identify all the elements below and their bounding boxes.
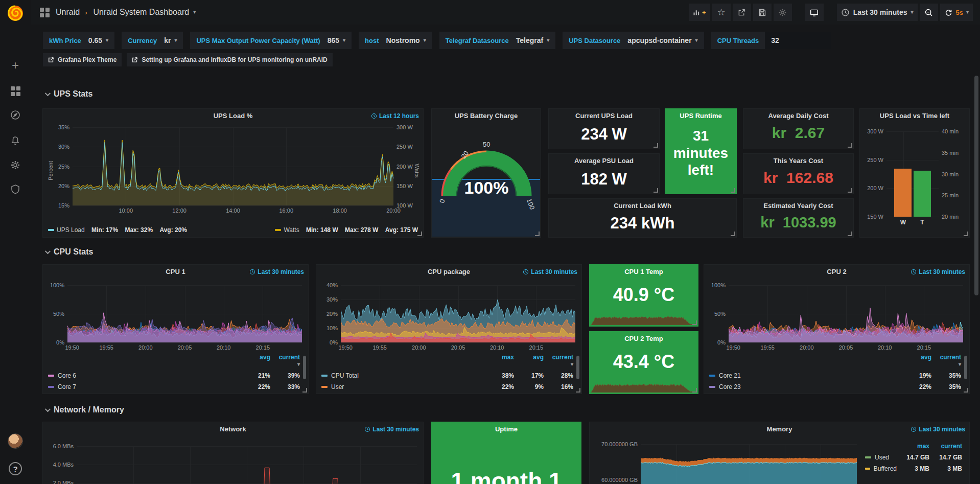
panel-title[interactable]: UPS Load vs Time left [860, 112, 969, 120]
panel-title[interactable]: Average PSU Load [549, 157, 659, 165]
bar-time-left[interactable]: T [914, 171, 931, 217]
panel-cpu2-temp: CPU 2 Temp 43.4 °C [589, 331, 698, 394]
panel-cpu-package: CPU package Last 30 minutes 40% 30% 20% … [316, 264, 582, 394]
page-title[interactable]: Unraid System Dashboard [93, 8, 189, 17]
legend-used[interactable]: Used14.7 GB14.7 GB [865, 454, 962, 461]
configuration-gear-icon[interactable] [0, 155, 31, 175]
zoom-out-button[interactable] [920, 4, 938, 21]
panel-time-link[interactable]: Last 30 minutes [523, 268, 577, 275]
caret-down-icon[interactable]: ▾ [966, 9, 969, 15]
stat-value: 234 kWh [549, 214, 736, 233]
variable-label: UPS Max Output Power Capacity (Watt) [196, 37, 320, 44]
legend-user[interactable]: User22%9%16% [321, 383, 573, 390]
panel-title[interactable]: UPS Battery Charge [432, 112, 541, 120]
section-ups-stats[interactable]: UPS Stats [45, 89, 92, 99]
stat-value: kr 2.67 [743, 124, 853, 142]
breadcrumb-separator: › [85, 9, 87, 16]
refresh-interval-label[interactable]: 5s [956, 9, 963, 16]
add-panel-button[interactable]: + [689, 4, 710, 21]
panel-cpu2: CPU 2 Last 30 minutes 100% 50% 0% 19:50 … [704, 264, 970, 394]
panel-time-link[interactable]: Last 30 minutes [249, 268, 304, 275]
grafana-logo-icon[interactable] [5, 3, 26, 24]
title-caret-icon[interactable]: ▾ [193, 9, 196, 15]
panel-this-years-cost: This Years Cost kr 162.68 [743, 153, 854, 194]
variable-value-dropdown[interactable]: Telegraf▾ [516, 36, 549, 44]
variable-value-dropdown[interactable]: Nostromo▾ [386, 36, 426, 44]
legend-headers[interactable]: avgcurrent▾ [48, 354, 300, 368]
panel-ups-battery-charge: UPS Battery Charge 100% 20 50 0 100 [431, 108, 541, 238]
panel-title[interactable]: Estimated Yearly Cost [743, 202, 853, 210]
variable-kwh-price: kWh Price 0.65▾ [43, 32, 114, 49]
variable-value-dropdown[interactable]: 0.65▾ [88, 36, 108, 44]
scrollbar-thumb[interactable] [974, 76, 978, 295]
clock-icon [364, 426, 370, 432]
legend-scrollbar[interactable] [964, 356, 967, 379]
dashboard-grid-icon[interactable] [40, 8, 50, 17]
legend-swatch [48, 386, 54, 388]
legend-buffered[interactable]: Buffered3 MB3 MB [865, 465, 962, 472]
panel-ups-runtime: UPS Runtime 31 minutes left! [665, 108, 737, 194]
legend-table: maxcurrent Used14.7 GB14.7 GB Buffered3 … [865, 443, 962, 472]
link-grafana-plex-theme[interactable]: Grafana Plex Theme [43, 53, 122, 66]
legend-swatch [321, 386, 328, 388]
variable-value-dropdown[interactable]: kr▾ [164, 36, 177, 44]
panel-title[interactable]: Current UPS Load [549, 112, 659, 120]
legend-scrollbar[interactable] [303, 356, 306, 379]
refresh-button[interactable]: 5s ▾ [940, 4, 973, 21]
panel-time-link[interactable]: Last 30 minutes [364, 426, 419, 433]
variable-value-dropdown[interactable]: 865▾ [328, 36, 345, 44]
star-button[interactable]: ☆ [712, 4, 731, 21]
legend-headers[interactable]: avgcurrent▾ [709, 354, 961, 368]
panel-title[interactable]: UPS Load % [43, 112, 423, 120]
cpu-threads-input[interactable]: 32 [765, 32, 831, 49]
legend-core23[interactable]: Core 2322%35% [709, 383, 961, 390]
legend-swatch [865, 468, 870, 470]
legend-scrollbar[interactable] [576, 356, 579, 379]
legend-headers[interactable]: maxavgcurrent▾ [321, 354, 573, 368]
legend-swatch [709, 386, 715, 388]
time-range-picker[interactable]: Last 30 minutes ▾ [837, 4, 918, 21]
panel-title[interactable]: CPU 1 Temp [590, 268, 698, 275]
link-ups-monitoring-guide[interactable]: Setting up Grafana and InfluxDB for UPS … [127, 53, 332, 66]
caret-down-icon: ▾ [424, 37, 426, 43]
bar-watts[interactable]: W [894, 169, 912, 217]
panel-title[interactable]: This Years Cost [743, 157, 853, 165]
legend-headers[interactable]: maxcurrent [865, 443, 962, 450]
user-avatar[interactable] [0, 431, 31, 451]
section-cpu-stats[interactable]: CPU Stats [45, 247, 93, 257]
tv-mode-button[interactable] [805, 4, 824, 21]
caret-down-icon: ▾ [174, 37, 177, 43]
panel-time-link[interactable]: Last 30 minutes [911, 268, 965, 275]
legend-ups-load[interactable]: UPS Load Min: 17% Max: 32% Avg: 20% [48, 226, 187, 234]
svg-text:50: 50 [483, 141, 490, 148]
stat-value: 182 W [549, 170, 659, 189]
share-button[interactable] [733, 4, 751, 21]
dashboards-icon[interactable] [0, 81, 31, 101]
panel-title[interactable]: Current Load kWh [549, 202, 736, 210]
save-button[interactable] [753, 4, 772, 21]
panel-time-link[interactable]: Last 30 minutes [911, 426, 965, 433]
panel-title[interactable]: Uptime [432, 425, 581, 433]
settings-gear-button[interactable] [774, 4, 792, 21]
legend-core7[interactable]: Core 722%33% [48, 383, 300, 390]
legend-core6[interactable]: Core 621%39% [48, 372, 300, 379]
explore-compass-icon[interactable] [0, 105, 31, 125]
panel-average-psu-load: Average PSU Load 182 W [548, 153, 660, 194]
legend-swatch [709, 375, 715, 377]
alerting-bell-icon[interactable] [0, 130, 31, 151]
admin-shield-icon[interactable] [0, 179, 31, 199]
variable-value-dropdown[interactable]: apcupsd-container▾ [627, 36, 697, 44]
breadcrumb-app[interactable]: Unraid [56, 8, 80, 17]
panel-time-link[interactable]: Last 12 hours [371, 112, 419, 120]
panel-title[interactable]: Average Daily Cost [743, 112, 853, 120]
panel-title[interactable]: CPU 2 Temp [590, 335, 698, 342]
legend-watts[interactable]: Watts Min: 148 W Max: 278 W Avg: 175 W [275, 226, 418, 234]
panel-ups-load: UPS Load % Last 12 hours 35% 30% 25% 20%… [42, 108, 424, 238]
create-plus-icon[interactable]: + [0, 55, 31, 76]
legend-cpu-total[interactable]: CPU Total38%17%28% [321, 372, 573, 379]
legend-core21[interactable]: Core 2119%35% [709, 372, 961, 379]
variable-label: UPS Datasource [569, 37, 620, 44]
help-icon[interactable]: ? [0, 458, 31, 479]
panel-title[interactable]: UPS Runtime [665, 112, 736, 120]
section-network-memory[interactable]: Network / Memory [45, 405, 124, 414]
